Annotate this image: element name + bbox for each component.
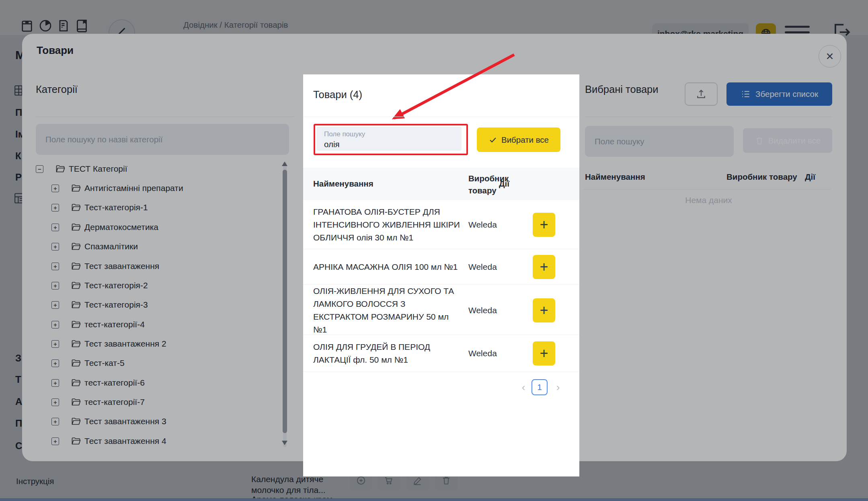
expand-plus-icon[interactable]: +: [51, 204, 59, 211]
tree-item[interactable]: +Дерматокосметика: [22, 218, 158, 237]
product-row: ОЛІЯ-ЖИВЛЕННЯ ДЛЯ СУХОГО ТА ЛАМКОГО ВОЛО…: [303, 285, 579, 335]
folder-icon: [71, 339, 81, 348]
tree-item[interactable]: +Антигістамінні препарати: [22, 179, 183, 198]
product-row: АРНІКА МАСАЖНА ОЛІЯ 100 мл №1 Weleda +: [303, 249, 579, 285]
tree-scrollbar-thumb[interactable]: [283, 170, 287, 433]
expand-plus-icon[interactable]: +: [51, 437, 59, 445]
folder-icon: [71, 417, 81, 426]
folder-icon: [55, 164, 65, 173]
expand-plus-icon[interactable]: +: [51, 282, 59, 290]
add-product-button[interactable]: +: [533, 341, 555, 365]
selected-col-manufacturer: Виробник товару: [726, 172, 797, 182]
divider: [583, 189, 831, 189]
list-icon: [741, 89, 751, 99]
tree-label: Тест-категорія-1: [84, 203, 148, 212]
tree-root[interactable]: − ТЕСТ Категорії: [22, 159, 127, 179]
export-button[interactable]: [685, 82, 718, 106]
plus-icon: +: [540, 303, 548, 318]
collapse-minus-icon[interactable]: −: [36, 165, 43, 173]
product-search-input[interactable]: Поле пошуку олія: [316, 127, 462, 151]
tree-label: Антигістамінні препарати: [84, 183, 183, 193]
col-name: Найменування: [313, 179, 373, 189]
tree-item[interactable]: +Тест завантаження 3: [22, 412, 166, 431]
trash-icon: [755, 136, 764, 146]
folder-icon: [71, 242, 81, 251]
tree-item[interactable]: +тест-категорії-7: [22, 392, 145, 412]
selected-search-input[interactable]: [585, 126, 734, 157]
tree-item[interactable]: +Тест-категорія-2: [22, 276, 148, 295]
expand-plus-icon[interactable]: +: [51, 359, 59, 367]
scroll-up-icon[interactable]: [282, 162, 287, 166]
tree-item[interactable]: +тест-категорії-4: [22, 315, 145, 334]
tree-item[interactable]: +Тест завантаження: [22, 257, 159, 276]
product-manufacturer: Weleda: [468, 262, 533, 272]
category-search-input[interactable]: [36, 124, 289, 155]
expand-plus-icon[interactable]: +: [51, 301, 59, 309]
plus-icon: +: [540, 260, 548, 274]
search-label: Поле пошуку: [324, 130, 462, 138]
add-product-button[interactable]: +: [533, 298, 555, 322]
tree-label: тест-категорії-4: [84, 320, 145, 329]
divider: [585, 117, 832, 117]
tree-label: тест-категорії-7: [84, 397, 145, 407]
product-name: ОЛІЯ-ЖИВЛЕННЯ ДЛЯ СУХОГО ТА ЛАМКОГО ВОЛО…: [313, 285, 468, 336]
plus-icon: +: [540, 346, 548, 361]
tree-item[interactable]: +Тест-кат-5: [22, 353, 125, 373]
col-actions: Дії: [499, 179, 509, 189]
folder-icon: [71, 437, 81, 446]
folder-icon: [71, 281, 81, 290]
tree-item[interactable]: +Тест-категорія-1: [22, 198, 148, 217]
tree-label: Тест завантаження 2: [84, 339, 166, 349]
folder-icon: [71, 203, 81, 212]
save-list-button[interactable]: Зберегти список: [726, 82, 832, 106]
select-all-button[interactable]: Вибрати все: [477, 127, 560, 152]
add-product-button[interactable]: +: [533, 213, 555, 237]
folder-icon: [71, 223, 81, 232]
selected-col-actions: Дії: [805, 172, 815, 182]
upload-icon: [695, 88, 707, 100]
tree-label: Тест завантаження 3: [84, 417, 166, 426]
pagination-prev-icon[interactable]: ‹: [519, 379, 528, 395]
expand-plus-icon[interactable]: +: [51, 321, 59, 329]
close-button[interactable]: ✕: [819, 45, 841, 68]
tree-item[interactable]: +Тест-категорія-3: [22, 295, 148, 314]
modal-title: Товари: [37, 44, 74, 57]
expand-plus-icon[interactable]: +: [51, 418, 59, 425]
tree-item[interactable]: +Спазмалітики: [22, 237, 138, 256]
annotation-highlight-box: Поле пошуку олія: [314, 124, 468, 155]
pagination-next-icon[interactable]: ›: [553, 379, 563, 395]
tree-label: Тест завантаження: [84, 261, 159, 271]
folder-icon: [71, 300, 81, 309]
tree-label: Тест завантаження 4: [84, 436, 166, 446]
expand-plus-icon[interactable]: +: [51, 340, 59, 348]
tree-item[interactable]: +тест-категорії-6: [22, 373, 145, 392]
categories-panel-title: Категорії: [36, 84, 78, 95]
product-manufacturer: Weleda: [468, 220, 533, 230]
product-manufacturer: Weleda: [468, 306, 533, 315]
tree-label: тест-категорії-6: [84, 378, 145, 388]
close-icon: ✕: [826, 51, 834, 62]
tree-label: ТЕСТ Категорії: [69, 164, 127, 174]
tree-item[interactable]: +Тест завантаження 4: [22, 431, 166, 451]
scroll-down-icon[interactable]: [282, 441, 287, 445]
expand-plus-icon[interactable]: +: [51, 185, 59, 192]
add-product-button[interactable]: +: [533, 255, 555, 279]
expand-plus-icon[interactable]: +: [51, 379, 59, 387]
expand-plus-icon[interactable]: +: [51, 398, 59, 406]
product-name: ГРАНАТОВА ОЛІЯ-БУСТЕР ДЛЯ ІНТЕНСИВНОГО Ж…: [313, 205, 468, 244]
products-panel-highlight: Товари (4) Поле пошуку олія Вибрати все …: [303, 74, 579, 476]
selected-panel-title: Вибрані товари: [585, 84, 659, 95]
divider: [36, 117, 295, 117]
expand-plus-icon[interactable]: +: [51, 243, 59, 250]
pagination-page-1[interactable]: 1: [531, 379, 548, 395]
products-table-header: Найменування Виробник товару Дії: [303, 168, 579, 200]
delete-all-button[interactable]: Видалити все: [743, 128, 832, 153]
product-row: ГРАНАТОВА ОЛІЯ-БУСТЕР ДЛЯ ІНТЕНСИВНОГО Ж…: [303, 200, 579, 249]
expand-plus-icon[interactable]: +: [51, 224, 59, 231]
tree-label: Тест-кат-5: [84, 358, 125, 368]
check-icon: [488, 136, 497, 144]
tree-item[interactable]: +Тест завантаження 2: [22, 334, 166, 353]
search-value: олія: [324, 140, 462, 149]
expand-plus-icon[interactable]: +: [51, 263, 59, 270]
screenshot-root: Довідник / Категорії товарів inbox@rke.m…: [0, 0, 868, 501]
